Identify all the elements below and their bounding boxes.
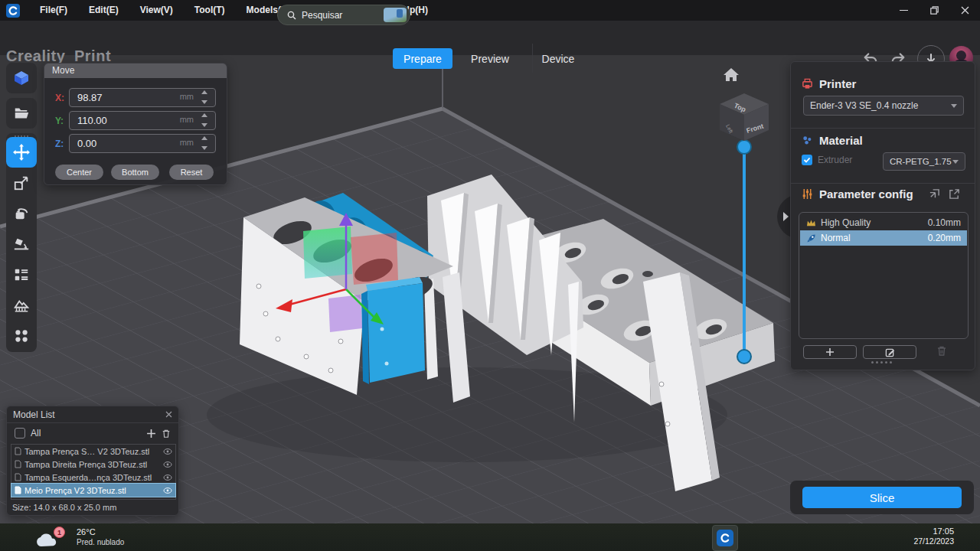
tray-time: 17:05 xyxy=(911,527,954,536)
move-z-row: Z: mm xyxy=(55,135,216,152)
bottom-button[interactable]: Bottom xyxy=(111,165,159,180)
search-input[interactable]: Pesquisar xyxy=(277,5,410,25)
model-list-box: Tampa Prença S… V2 3DTeuz.stl Tampa Dire… xyxy=(11,444,176,500)
minimize-button[interactable] xyxy=(888,0,919,21)
select-all-checkbox[interactable] xyxy=(15,428,25,439)
z-position-input[interactable] xyxy=(76,135,178,152)
file-icon xyxy=(15,460,21,468)
visibility-eye-icon[interactable] xyxy=(163,487,172,494)
x-axis-label: X: xyxy=(55,93,69,103)
weather-condition: Pred. nublado xyxy=(77,538,124,546)
y-position-input[interactable] xyxy=(76,112,178,129)
center-button[interactable]: Center xyxy=(55,165,103,180)
chevron-down-icon xyxy=(952,160,959,164)
add-preset-button[interactable] xyxy=(803,345,857,359)
home-view-icon[interactable] xyxy=(724,68,739,81)
delete-preset-icon[interactable] xyxy=(936,345,947,357)
gizmo-plane-yz[interactable] xyxy=(351,233,398,285)
reset-button[interactable]: Reset xyxy=(169,165,214,180)
workbench-icon[interactable] xyxy=(6,63,37,93)
model-list-tool-icon[interactable] xyxy=(6,259,37,290)
model-list-panel: Model List All Tampa Prença S… V2 3DTeuz… xyxy=(6,406,179,516)
menu-view[interactable]: View(V) xyxy=(129,0,184,21)
restore-button[interactable] xyxy=(919,0,949,21)
rotate-tool-icon[interactable] xyxy=(6,198,37,229)
menu-file[interactable]: File(F) xyxy=(29,0,78,21)
model-name: Meio Prença V2 3DTeuz.stl xyxy=(24,486,160,495)
import-config-button[interactable] xyxy=(929,188,940,200)
creality-print-taskbar-icon[interactable] xyxy=(712,525,738,551)
file-icon xyxy=(15,473,21,481)
scale-tool-icon[interactable] xyxy=(6,168,37,198)
zoom-slider-bottom-handle[interactable] xyxy=(737,350,751,364)
parameter-config-icon xyxy=(802,188,813,200)
model-list-item-selected[interactable]: Meio Prença V2 3DTeuz.stl xyxy=(11,484,175,497)
zoom-slider-top-handle[interactable] xyxy=(737,140,751,154)
material-select-value: CR-PETG_1.75 xyxy=(890,157,952,166)
visibility-eye-icon[interactable] xyxy=(163,461,172,468)
preset-name: High Quality xyxy=(821,217,871,228)
x-stepper[interactable] xyxy=(201,90,209,104)
model-name: Tampa Esquerda…nça 3DTeuz.stl xyxy=(24,473,160,482)
tab-prepare[interactable]: Prepare xyxy=(393,48,452,69)
export-config-button[interactable] xyxy=(949,188,960,200)
close-button[interactable] xyxy=(949,0,980,21)
section-divider xyxy=(791,128,975,129)
extruder-row: Extruder xyxy=(802,155,852,165)
weather-alert-badge: 1 xyxy=(54,527,65,538)
z-stepper[interactable] xyxy=(201,136,209,150)
visibility-eye-icon[interactable] xyxy=(163,474,172,481)
delete-model-icon[interactable] xyxy=(162,429,171,439)
edit-preset-button[interactable] xyxy=(863,345,916,359)
slice-strip: Slice xyxy=(790,481,974,514)
tab-preview[interactable]: Preview xyxy=(461,48,519,69)
move-panel: Move X: mm Y: mm Z: mm Cente xyxy=(44,63,227,185)
tray-date: 27/12/2023 xyxy=(911,536,954,546)
material-select[interactable]: CR-PETG_1.75 xyxy=(883,152,965,171)
search-highlight-thumbnail[interactable] xyxy=(384,8,407,22)
menu-edit[interactable]: Edit(E) xyxy=(78,0,129,21)
visibility-eye-icon[interactable] xyxy=(163,448,172,455)
y-stepper[interactable] xyxy=(201,113,209,127)
more-apps-icon[interactable] xyxy=(6,321,37,351)
panel-resize-handle[interactable] xyxy=(871,361,892,364)
move-panel-title[interactable]: Move xyxy=(44,64,227,78)
weather-temp: 26°C xyxy=(77,527,96,536)
x-position-input[interactable] xyxy=(76,89,178,106)
menu-tool[interactable]: Tool(T) xyxy=(184,0,236,21)
printer-select-value: Ender-3 V3 SE_0.4 nozzle xyxy=(810,100,918,111)
model-selected-blue-box[interactable] xyxy=(361,277,425,384)
chevron-down-icon xyxy=(951,104,957,108)
move-tool-icon[interactable] xyxy=(6,137,37,168)
preset-high-quality[interactable]: High Quality 0.10mm xyxy=(800,215,967,230)
material-title: Material xyxy=(819,134,863,147)
tab-device[interactable]: Device xyxy=(534,48,582,69)
model-list-item[interactable]: Tampa Esquerda…nça 3DTeuz.stl xyxy=(11,471,175,484)
file-icon xyxy=(15,447,21,455)
gizmo-plane-xy[interactable] xyxy=(303,227,352,279)
extruder-checkbox[interactable] xyxy=(802,155,812,165)
app-logo-icon xyxy=(6,4,20,18)
support-tool-icon[interactable] xyxy=(6,290,37,321)
model-list-item[interactable]: Tampa Prença S… V2 3DTeuz.stl xyxy=(11,445,175,458)
model-list-title: Model List xyxy=(13,409,55,420)
tray-clock[interactable]: 17:05 27/12/2023 xyxy=(911,527,954,546)
open-file-icon[interactable] xyxy=(6,98,37,129)
slice-button[interactable]: Slice xyxy=(802,487,962,508)
search-icon xyxy=(287,11,296,20)
section-divider xyxy=(791,183,975,184)
extruder-label: Extruder xyxy=(818,155,852,165)
add-model-icon[interactable] xyxy=(146,429,156,439)
view-cube[interactable]: Top Front Left xyxy=(720,93,769,141)
move-y-row: Y: mm xyxy=(55,112,216,129)
preset-normal[interactable]: Normal 0.20mm xyxy=(800,230,967,246)
model-list-item[interactable]: Tampa Direita Prença 3DTeuz.stl xyxy=(11,458,175,471)
close-icon[interactable] xyxy=(165,411,172,418)
printer-icon xyxy=(802,78,813,90)
y-axis-label: Y: xyxy=(55,116,69,126)
weather-widget[interactable]: 1 26°C Pred. nublado xyxy=(31,527,153,549)
lay-flat-tool-icon[interactable] xyxy=(6,229,37,259)
printer-select[interactable]: Ender-3 V3 SE_0.4 nozzle xyxy=(803,96,964,116)
material-icon xyxy=(802,135,813,146)
menu-bar: File(F) Edit(E) View(V) Tool(T) Models(M… xyxy=(0,0,980,21)
